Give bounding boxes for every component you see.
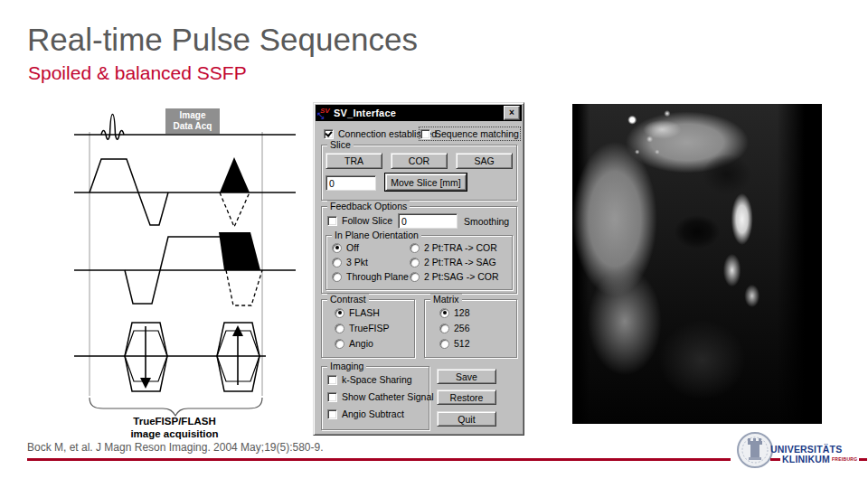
checkbox-unchecked-icon [327, 409, 337, 419]
phase-arrow-down-head [140, 378, 151, 389]
checkbox-checked-icon [324, 129, 334, 139]
radio-icon [332, 258, 342, 267]
sag-button[interactable]: SAG [456, 153, 513, 169]
radio-2pt-tra-sag-label: 2 Pt:TRA -> SAG [424, 257, 496, 267]
radio-2pt-tra-cor-label: 2 Pt:TRA -> COR [424, 242, 497, 253]
move-slice-button[interactable]: Move Slice [mm] [385, 174, 467, 191]
radio-icon [410, 272, 420, 282]
checkbox-unchecked-icon [327, 392, 337, 402]
readout-echo-filled [219, 232, 260, 270]
readout-plateau [160, 237, 220, 270]
radio-selected-icon [332, 243, 342, 253]
acq-box-label-line2: Data Acq [174, 121, 212, 131]
radio-icon [439, 339, 449, 349]
show-catheter-signal-label: Show Catheter Signal [342, 391, 434, 402]
imaging-group: Imaging k-Space Sharing Show Catheter Si… [321, 366, 429, 430]
radio-icon [332, 272, 342, 282]
radio-through-plane-label: Through Plane [346, 271, 409, 282]
radio-3pkt[interactable]: 3 Pkt [332, 257, 368, 267]
slice-group: Slice TRA COR SAG Move Slice [mm] [321, 145, 517, 201]
angio-subtract-checkbox[interactable]: Angio Subtract [327, 408, 404, 419]
footer-rule [27, 458, 731, 461]
university-logo-text: UNIVERSITÄTS KLINIKUM FREIBURG [770, 445, 867, 465]
readout-rewinder-dashed [226, 270, 262, 305]
radio-2pt-tra-cor[interactable]: 2 Pt:TRA -> COR [410, 242, 497, 253]
follow-slice-checkbox[interactable]: Follow Slice [327, 215, 392, 226]
radio-128-label: 128 [454, 307, 470, 318]
close-icon[interactable]: × [504, 106, 520, 120]
sequence-matching-checkbox[interactable]: Sequence matching [420, 128, 519, 139]
restore-button[interactable]: Restore [437, 389, 496, 405]
radio-off-label: Off [346, 242, 359, 253]
radio-2pt-sag-cor-label: 2 Pt:SAG -> COR [424, 271, 499, 282]
save-button[interactable]: Save [437, 369, 496, 384]
logo-dash-left [770, 458, 780, 461]
radio-flash[interactable]: FLASH [335, 307, 380, 318]
kspace-sharing-checkbox[interactable]: k-Space Sharing [327, 374, 412, 385]
window-title: SV_Interface [334, 108, 504, 118]
feedback-options-legend: Feedback Options [327, 201, 410, 211]
acq-box-label-line1: Image [180, 110, 206, 120]
checkbox-unchecked-icon [327, 375, 337, 385]
radio-flash-label: FLASH [349, 307, 380, 318]
show-catheter-signal-checkbox[interactable]: Show Catheter Signal [327, 391, 434, 402]
radio-icon [335, 324, 344, 333]
in-plane-orientation-group: In Plane Orientation Off 3 Pkt Through P… [326, 235, 513, 290]
checkbox-unchecked-icon [327, 216, 337, 226]
kspace-sharing-label: k-Space Sharing [342, 374, 412, 385]
pulse-sequence-diagram: Image Data Acq TrueFISP/FLASH image acqu… [56, 98, 298, 446]
rf-pulse [101, 115, 124, 140]
in-plane-orientation-legend: In Plane Orientation [332, 230, 421, 240]
feedback-options-group: Feedback Options Follow Slice Smoothing … [321, 206, 517, 294]
page-title: Real-time Pulse Sequences [27, 22, 418, 58]
radio-2pt-sag-cor[interactable]: 2 Pt:SAG -> COR [410, 271, 499, 282]
readout-prephaser [125, 270, 160, 304]
radio-512[interactable]: 512 [439, 338, 470, 349]
radio-icon [335, 339, 344, 349]
mri-image [572, 104, 822, 424]
matrix-legend: Matrix [430, 294, 462, 305]
contrast-legend: Contrast [327, 294, 369, 305]
sv-interface-window: SV⤡ SV_Interface × Connection establishe… [313, 102, 524, 436]
radio-512-label: 512 [454, 338, 470, 349]
radio-2pt-tra-sag[interactable]: 2 Pt:TRA -> SAG [410, 257, 496, 267]
sv-app-icon: SV⤡ [317, 108, 330, 119]
imaging-legend: Imaging [327, 361, 366, 371]
tra-button[interactable]: TRA [326, 153, 382, 169]
slice-spoiler-filled [220, 157, 250, 192]
logo-line2: KLINIKUM [782, 455, 830, 465]
slice-rewinder-dashed [220, 192, 250, 227]
diagram-caption-line1: TrueFISP/FLASH [133, 416, 215, 427]
radio-icon [439, 324, 449, 333]
citation-text: Bock M, et al. J Magn Reson Imaging. 200… [27, 441, 324, 454]
radio-off[interactable]: Off [332, 242, 359, 253]
follow-slice-label: Follow Slice [342, 215, 392, 226]
smoothing-label: Smoothing [464, 216, 509, 227]
window-titlebar[interactable]: SV⤡ SV_Interface × [316, 105, 522, 121]
radio-selected-icon [439, 308, 449, 318]
university-seal-icon [737, 430, 773, 474]
radio-angio-label: Angio [349, 338, 373, 349]
angio-subtract-label: Angio Subtract [342, 408, 404, 419]
radio-through-plane[interactable]: Through Plane [332, 271, 409, 282]
matrix-group: Matrix 128 256 512 [424, 299, 517, 358]
diagram-caption-line2: image acquisition [130, 428, 218, 439]
radio-truefisp[interactable]: TrueFISP [335, 323, 390, 333]
sequence-matching-label: Sequence matching [435, 128, 519, 139]
checkbox-unchecked-icon [420, 129, 430, 139]
radio-256[interactable]: 256 [439, 323, 470, 333]
slice-offset-input[interactable] [326, 175, 376, 191]
page-subtitle: Spoiled & balanced SSFP [28, 62, 247, 84]
smoothing-input[interactable] [398, 213, 458, 229]
radio-angio[interactable]: Angio [335, 338, 373, 349]
contrast-group: Contrast FLASH TrueFISP Angio [321, 299, 415, 358]
radio-icon [410, 243, 420, 253]
radio-icon [410, 258, 420, 267]
radio-128[interactable]: 128 [439, 307, 470, 318]
logo-line3: FREIBURG [832, 455, 858, 465]
logo-dash-right [859, 458, 867, 461]
quit-button[interactable]: Quit [437, 411, 496, 427]
radio-truefisp-label: TrueFISP [349, 323, 390, 333]
cor-button[interactable]: COR [391, 153, 448, 169]
radio-256-label: 256 [454, 323, 470, 333]
